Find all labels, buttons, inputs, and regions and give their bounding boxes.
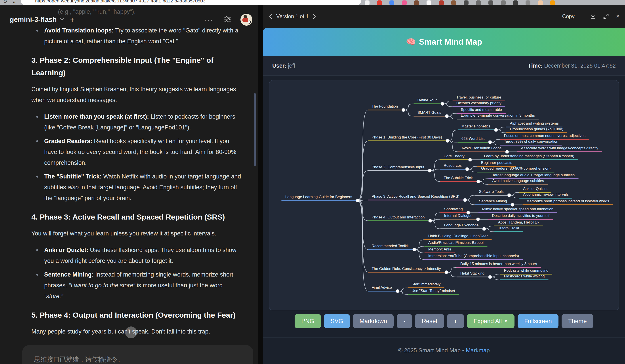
mindmap-node[interactable]: Phase 1: Building the Core (First 30 Day… <box>368 135 449 143</box>
mindmap-node-circle[interactable] <box>511 203 514 206</box>
mindmap-node-circle[interactable] <box>469 158 472 162</box>
mindmap-node[interactable]: The Foundation <box>368 104 405 112</box>
mindmap-node-circle[interactable] <box>396 290 399 293</box>
extension-icon[interactable] <box>501 0 506 5</box>
scroll-to-bottom-button[interactable]: ↓ <box>125 326 137 338</box>
mindmap-node[interactable]: Specific and measurable <box>457 108 505 113</box>
extension-icon[interactable] <box>476 0 481 5</box>
mindmap-node[interactable]: Shadowing <box>440 207 470 215</box>
download-icon[interactable] <box>590 13 596 19</box>
mindmap-node-circle[interactable] <box>507 194 511 197</box>
reset-button[interactable]: Reset <box>415 314 444 328</box>
mindmap-node-circle[interactable] <box>505 150 509 154</box>
chat-input[interactable]: 思维接口已就绪，请传输指令。 <box>22 345 253 364</box>
extension-icon[interactable] <box>538 0 543 5</box>
mindmap-node[interactable]: Phase 3: Active Recall and Spaced Repeti… <box>368 194 467 202</box>
settings-sliders-icon[interactable] <box>224 15 232 24</box>
close-icon[interactable]: × <box>616 13 620 20</box>
extension-icon[interactable] <box>389 0 394 5</box>
mindmap-node-circle[interactable] <box>476 218 480 221</box>
mindmap-node[interactable]: Apps: Tandem, HelloTalk <box>494 220 543 226</box>
mindmap-node-circle[interactable] <box>477 180 480 183</box>
new-chat-button[interactable]: + <box>70 15 74 24</box>
chevron-down-icon[interactable] <box>60 18 64 22</box>
mindmap-node[interactable]: Travel, business, or culture <box>453 95 505 101</box>
mindmap-node[interactable]: The Subtitle Trick <box>440 176 480 183</box>
mindmap-node[interactable]: Immersion: YouTube (Comprehensible Input… <box>425 254 523 259</box>
mindmap-node[interactable]: 625 Word List <box>458 137 492 144</box>
mindmap-node[interactable]: Resources <box>440 164 469 171</box>
mindmap-node-circle[interactable] <box>446 139 449 142</box>
mindmap-node[interactable]: Start immediately <box>408 282 444 288</box>
extension-icon[interactable] <box>439 0 444 5</box>
zoom-in-button[interactable]: + <box>447 314 464 328</box>
mindmap-node[interactable]: Internal Dialogue <box>440 214 480 221</box>
extension-icon[interactable] <box>513 0 518 5</box>
theme-button[interactable]: Theme <box>562 314 594 328</box>
mindmap-node[interactable]: Software Tools <box>475 190 511 197</box>
extension-icon[interactable] <box>488 0 493 5</box>
mindmap-node[interactable]: Recommended Toolkit <box>368 244 416 251</box>
mindmap-node[interactable]: Use "Start Today" mindset <box>408 289 459 294</box>
mindmap-node[interactable]: SMART Goals <box>414 111 449 118</box>
mindmap-node-circle[interactable] <box>429 219 432 223</box>
export-png-button[interactable]: PNG <box>295 314 321 328</box>
mindmap-node-circle[interactable] <box>466 168 469 171</box>
mindmap-node[interactable]: Beginner podcasts <box>478 161 516 166</box>
mindmap-node[interactable]: Example: 5-minute conversation in 3 mont… <box>457 113 538 119</box>
mindmap-node[interactable]: Pronunciation guides (YouTube) <box>506 127 567 133</box>
extension-icon[interactable] <box>526 0 531 5</box>
fullscreen-expand-icon[interactable] <box>603 13 609 19</box>
mindmap-node[interactable]: Memory: Anki <box>425 247 455 253</box>
extension-icon[interactable] <box>414 0 419 5</box>
mindmap-node[interactable]: Describe daily activities to yourself <box>488 214 553 219</box>
expand-all-button[interactable]: Expand All▼ <box>467 314 514 328</box>
mindmap-node[interactable]: Target 75% of daily conversation <box>500 139 562 145</box>
mindmap-node-circle[interactable] <box>445 271 448 274</box>
mindmap-node[interactable]: Define Your <box>414 98 444 106</box>
extension-icon[interactable] <box>427 0 431 5</box>
mindmap-node[interactable]: Sentence Mining <box>475 199 514 206</box>
mindmap-node-circle[interactable] <box>488 141 492 144</box>
mindmap-node[interactable]: Focus on most common nouns, verbs, adjec… <box>500 134 589 139</box>
reload-icon[interactable]: ⟳ <box>3 0 7 4</box>
mindmap-node[interactable]: Memorize short phrases instead of isolat… <box>523 199 613 205</box>
mindmap-node[interactable]: Language Exchange <box>440 223 486 231</box>
mindmap-node-circle[interactable] <box>356 199 359 202</box>
markmap-link[interactable]: Markmap <box>466 347 490 354</box>
mindmap-node[interactable]: Phase 2: Comprehensible Input <box>368 165 431 172</box>
apps-grid-icon[interactable]: ⠿ <box>12 0 16 4</box>
mindmap-node-circle[interactable] <box>445 115 448 118</box>
mindmap-node[interactable]: Target language audio + target language … <box>489 173 578 179</box>
mindmap-node[interactable]: Learn by understanding messages (Stephen… <box>480 154 578 160</box>
prev-version-icon[interactable] <box>268 13 273 19</box>
export-svg-button[interactable]: SVG <box>324 314 350 328</box>
mindmap-node[interactable]: Flashcards while waiting <box>500 274 548 280</box>
extension-icon[interactable] <box>451 0 456 5</box>
more-options-icon[interactable]: ··· <box>204 16 214 23</box>
mindmap-node[interactable]: Mimic native speaker speed and intonatio… <box>479 207 557 213</box>
mindmap-node[interactable]: Podcasts while commuting <box>500 268 552 274</box>
extension-icon[interactable] <box>365 0 370 5</box>
mindmap-node-circle[interactable] <box>413 248 416 251</box>
mindmap-node[interactable]: Associate words with images/concepts dir… <box>517 146 602 152</box>
mindmap-node[interactable]: Daily 15 minutes is better than weekly 3… <box>457 262 541 267</box>
extension-icon[interactable] <box>464 0 469 5</box>
mindmap-node[interactable]: Language Learning Guide for Beginners <box>282 195 359 202</box>
extension-icon[interactable] <box>402 0 407 5</box>
mindmap-node[interactable]: Graded readers (80-90% comprehension) <box>478 166 554 172</box>
chat-scrollbar[interactable] <box>254 93 256 166</box>
mindmap-node-circle[interactable] <box>494 128 498 132</box>
next-version-icon[interactable] <box>312 13 317 19</box>
mindmap-node[interactable]: Final Advice <box>368 285 399 293</box>
copy-button[interactable]: Copy <box>562 13 575 19</box>
mindmap-node[interactable]: Core Theory <box>440 154 472 162</box>
mindmap-node[interactable]: Dictates vocabulary priority <box>453 101 505 107</box>
mindmap-node[interactable]: Avoid native language subtitles <box>489 179 547 184</box>
model-selector[interactable]: gemini-3-flash <box>10 16 57 24</box>
mindmap-node[interactable]: Habit Stacking <box>457 271 492 279</box>
export-markdown-button[interactable]: Markdown <box>353 314 394 328</box>
mindmap-node-circle[interactable] <box>482 227 486 231</box>
mindmap-node-circle[interactable] <box>402 109 405 112</box>
address-bar[interactable]: https://open-webui.yangtzeaidatalake/c/9… <box>21 0 361 5</box>
